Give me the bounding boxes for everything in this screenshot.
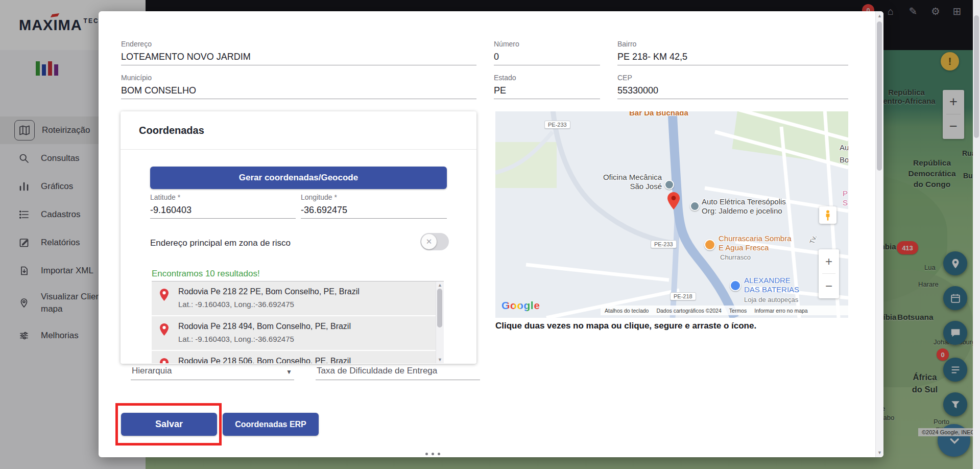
- result-address: Rodovia Pe 218 22 PE, Bom Conselho, PE, …: [178, 287, 360, 296]
- google-logo: Google: [501, 299, 540, 312]
- pegman-streetview-button[interactable]: [819, 206, 836, 224]
- bairro-value: PE 218- KM 42,5: [617, 51, 848, 63]
- results-scrollbar[interactable]: ▲ ▼: [436, 282, 444, 363]
- keyboard-shortcuts-link[interactable]: Atalhos do teclado: [605, 308, 649, 314]
- endereco-field[interactable]: Endereço LOTEAMENTO NOVO JARDIM: [121, 40, 476, 65]
- longitude-value: -36.692475: [301, 204, 447, 216]
- poi-marker-gray[interactable]: [664, 180, 674, 190]
- client-address-modal: Endereço LOTEAMENTO NOVO JARDIM Número 0…: [99, 11, 883, 457]
- result-coords: Lat.: -9.160403, Long.:-36.692475: [178, 335, 294, 343]
- result-address: Rodovia Pe 218 494, Bom Conselho, PE, Br…: [178, 322, 351, 331]
- toggle-off-icon: ✕: [421, 234, 437, 249]
- pegman-icon: [824, 210, 832, 221]
- app-window: MAXIMA TECH 0 ⌂ ✎ ⚙ ⊞ Roteirização Con: [0, 0, 980, 469]
- cep-field[interactable]: CEP 55330000: [617, 74, 848, 99]
- poi-cut-label: P: [843, 189, 848, 198]
- results-count-text: Encontramos 10 resultados!: [152, 269, 260, 279]
- result-pin-icon: [160, 289, 169, 301]
- modal-scroll-thumb[interactable]: [877, 21, 882, 171]
- numero-value: 0: [494, 51, 600, 63]
- modal-scrollbar[interactable]: ▲ ▼: [875, 11, 883, 457]
- geocode-result-row[interactable]: Rodovia Pe 218 22 PE, Bom Conselho, PE, …: [152, 282, 436, 315]
- longitude-field[interactable]: Longitude * -36.692475: [301, 193, 447, 219]
- scroll-up-icon[interactable]: ▲: [436, 283, 444, 288]
- modal-map-zoom-control: + −: [819, 249, 839, 298]
- poi-churrasco-type: Churrasco: [720, 253, 751, 262]
- poi-churrascaria: Churrascaria Sombra E Agua Fresca: [719, 234, 792, 252]
- poi-loja-type: Loja de autopeças: [744, 295, 798, 304]
- poi-marker-gray[interactable]: [690, 201, 700, 211]
- location-pin-marker[interactable]: [667, 192, 680, 209]
- hierarquia-select[interactable]: Hierarquia ▼: [131, 363, 294, 380]
- poi-cut-label: Au: [840, 143, 848, 152]
- map-data-text: Dados cartográficos ©2024: [656, 308, 721, 314]
- estado-label: Estado: [494, 74, 600, 82]
- dropdown-caret-icon: ▼: [286, 368, 292, 376]
- cep-label: CEP: [617, 74, 848, 82]
- zoom-out-button[interactable]: −: [819, 274, 839, 298]
- poi-cut-label: Bo: [840, 155, 848, 165]
- coordenadas-erp-button[interactable]: Coordenadas ERP: [223, 413, 319, 436]
- result-pin-icon: [160, 323, 169, 336]
- municipio-label: Município: [121, 74, 476, 82]
- numero-field[interactable]: Número 0: [494, 40, 600, 65]
- scroll-up-icon[interactable]: ▲: [876, 13, 883, 18]
- poi-bar-da-buchada: Bar Da Buchada: [629, 111, 688, 118]
- endereco-label: Endereço: [121, 40, 476, 49]
- map-instruction-text: Clique duas vezes no mapa ou clique, seg…: [495, 321, 756, 331]
- scroll-down-icon[interactable]: ▼: [436, 357, 444, 362]
- poi-marker-restaurant[interactable]: [704, 239, 715, 250]
- risk-zone-toggle[interactable]: ✕: [420, 233, 449, 250]
- latitude-field[interactable]: Latitude * -9.160403: [150, 193, 296, 219]
- report-error-link[interactable]: Informar erro no mapa: [754, 308, 807, 314]
- road-badge-pe233: PE-233: [651, 240, 677, 248]
- numero-label: Número: [494, 40, 600, 49]
- geocode-results-list: Rodovia Pe 218 22 PE, Bom Conselho, PE, …: [152, 281, 444, 363]
- estado-value: PE: [494, 84, 600, 97]
- geocode-result-row[interactable]: Rodovia Pe 218 494, Bom Conselho, PE, Br…: [152, 316, 436, 350]
- road-badge-pe233: PE-233: [544, 121, 570, 129]
- latitude-label: Latitude *: [150, 193, 296, 202]
- endereco-value: LOTEAMENTO NOVO JARDIM: [121, 51, 476, 63]
- geocode-result-row[interactable]: Rodovia Pe 218 506, Bom Conselho, PE, Br…: [152, 351, 436, 363]
- loading-dots: [425, 453, 440, 455]
- terms-link[interactable]: Termos: [729, 308, 747, 314]
- geocode-button[interactable]: Gerar coordenadas/Geocode: [150, 167, 447, 189]
- page-scrollbar[interactable]: [973, 0, 980, 469]
- longitude-label: Longitude *: [301, 193, 447, 202]
- poi-oficina-mecanica: Oficina Mecânica São José: [571, 173, 662, 191]
- card-divider: [121, 149, 476, 150]
- municipio-field[interactable]: Município BOM CONSELHO: [121, 74, 476, 99]
- road-badge-pe218: PE-218: [670, 292, 696, 300]
- coordinates-title: Coordenadas: [139, 125, 204, 136]
- risk-zone-label: Endereço principal em zona de risco: [150, 238, 291, 248]
- hierarquia-label: Hierarquia: [132, 366, 172, 376]
- coordinates-card: Coordenadas Gerar coordenadas/Geocode La…: [121, 111, 476, 364]
- results-scroll-thumb[interactable]: [437, 289, 442, 327]
- scroll-down-icon[interactable]: ▼: [876, 450, 883, 455]
- page-scroll-thumb[interactable]: [974, 15, 979, 138]
- bairro-field[interactable]: Bairro PE 218- KM 42,5: [617, 40, 848, 65]
- poi-cut-label: S: [843, 198, 848, 207]
- poi-alexandre-baterias: ALEXANDRE DAS BATERIAS: [744, 276, 799, 294]
- municipio-value: BOM CONSELHO: [121, 84, 476, 97]
- cep-value: 55330000: [617, 84, 848, 97]
- annotation-highlight-rect: [115, 403, 222, 445]
- latitude-value: -9.160403: [150, 204, 296, 216]
- map-attribution-bar: Atalhos do teclado Dados cartográficos ©…: [601, 306, 848, 315]
- taxa-label: Taxa de Dificuldade de Entrega: [317, 366, 437, 376]
- bairro-label: Bairro: [617, 40, 848, 49]
- result-coords: Lat.: -9.160403, Long.:-36.692475: [178, 300, 294, 309]
- poi-auto-eletrica: Auto Elétrica Teresópolis Org: Jaldemo e…: [702, 197, 786, 216]
- poi-marker-store[interactable]: [730, 280, 741, 291]
- taxa-dificuldade-field[interactable]: Taxa de Dificuldade de Entrega: [316, 363, 480, 380]
- modal-google-map[interactable]: Bar Da Buchada PE-233 Oficina Mecânica S…: [495, 111, 848, 318]
- estado-field[interactable]: Estado PE: [494, 74, 600, 99]
- zoom-in-button[interactable]: +: [819, 249, 839, 273]
